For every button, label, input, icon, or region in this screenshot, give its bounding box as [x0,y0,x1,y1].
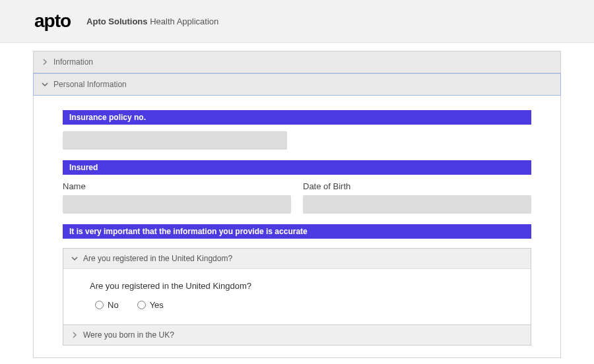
radio-yes-input[interactable] [137,301,146,309]
question-uk-registered-body: Are you registered in the United Kingdom… [63,268,531,324]
radio-no-input[interactable] [95,301,104,309]
radio-no[interactable]: No [95,300,119,310]
policy-number-input[interactable] [63,131,287,150]
question-uk-registered-text: Are you registered in the United Kingdom… [90,281,504,291]
name-input[interactable] [63,195,291,214]
radio-no-label: No [108,300,119,310]
radio-yes-label: Yes [150,300,164,310]
section-personal-header[interactable]: Personal Information [34,74,560,95]
question-accordion: Are you registered in the United Kingdom… [63,248,531,346]
name-label: Name [63,181,291,191]
question-born-uk: Were you born in the UK? [63,324,531,345]
app-header: apto Apto Solutions Health Application [0,0,594,43]
section-information-header[interactable]: Information [34,51,560,73]
band-policy-no: Insurance policy no. [63,110,531,125]
header-title: Apto Solutions Health Application [86,16,218,26]
dob-input[interactable] [303,195,531,214]
chevron-right-icon [71,332,78,338]
band-insured: Insured [63,160,531,175]
section-personal-body: Insurance policy no. Insured Name Date o… [33,96,561,358]
radio-yes[interactable]: Yes [137,300,164,310]
section-information-label: Information [53,57,93,67]
question-born-uk-header[interactable]: Were you born in the UK? [63,325,531,345]
band-accuracy: It is very important that the informatio… [63,224,531,239]
question-born-uk-label: Were you born in the UK? [83,330,174,340]
question-uk-registered-header[interactable]: Are you registered in the United Kingdom… [63,249,531,268]
logo: apto [34,11,71,32]
section-personal-label: Personal Information [53,80,127,89]
question-uk-registered: Are you registered in the United Kingdom… [63,249,531,324]
question-uk-registered-label: Are you registered in the United Kingdom… [83,254,232,263]
chevron-down-icon [71,255,78,262]
radio-group-uk-registered: No Yes [90,300,504,310]
dob-label: Date of Birth [303,181,531,191]
form-container: Information Personal Information Insuran… [33,51,561,358]
section-information: Information [33,51,561,73]
section-personal: Personal Information [33,73,561,96]
chevron-right-icon [42,59,48,65]
chevron-down-icon [42,81,48,88]
